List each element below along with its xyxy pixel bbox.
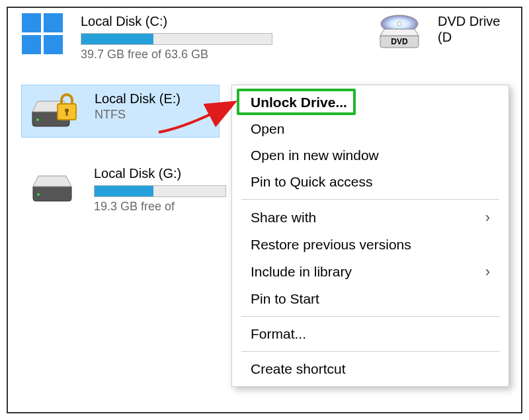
menu-item-pin-to-quick-access[interactable]: Pin to Quick access xyxy=(232,169,509,195)
menu-item-unlock-drive[interactable]: Unlock Drive... xyxy=(232,89,509,116)
locked-drive-icon xyxy=(30,91,83,132)
drive-g-freespace: 19.3 GB free of xyxy=(94,200,225,214)
svg-rect-6 xyxy=(66,110,68,116)
menu-item-label: Pin to Quick access xyxy=(251,174,372,190)
drive-c[interactable]: Local Disk (C:) 39.7 GB free of 63.6 GB xyxy=(8,8,365,67)
drive-g[interactable]: Local Disk (G:) 19.3 GB free of xyxy=(21,160,233,219)
drive-g-usage-fill xyxy=(95,186,153,196)
svg-point-3 xyxy=(36,118,39,121)
svg-text:DVD: DVD xyxy=(391,37,408,46)
drive-dvd[interactable]: DVD DVD Drive (D xyxy=(365,8,521,67)
drive-g-usage-bar xyxy=(94,185,226,197)
menu-item-open[interactable]: Open xyxy=(232,116,509,142)
menu-item-label: Format... xyxy=(251,326,306,342)
svg-point-1 xyxy=(397,22,401,26)
menu-separator xyxy=(241,199,499,200)
chevron-right-icon: › xyxy=(485,209,490,226)
menu-item-label: Include in library xyxy=(251,264,352,280)
menu-item-format[interactable]: Format... xyxy=(232,321,509,347)
svg-point-7 xyxy=(37,193,40,196)
menu-item-create-shortcut[interactable]: Create shortcut xyxy=(232,356,509,382)
explorer-window: Local Disk (C:) 39.7 GB free of 63.6 GB … xyxy=(7,7,522,413)
windows-logo-icon xyxy=(16,13,69,54)
menu-separator xyxy=(241,351,499,352)
drive-e[interactable]: Local Disk (E:) NTFS xyxy=(21,85,220,138)
menu-item-pin-to-start[interactable]: Pin to Start xyxy=(232,286,509,312)
menu-item-label: Create shortcut xyxy=(251,361,346,377)
context-menu: Unlock Drive...OpenOpen in new windowPin… xyxy=(231,85,509,387)
hdd-icon xyxy=(29,165,82,206)
menu-item-label: Share with xyxy=(251,210,316,226)
menu-item-include-in-library[interactable]: Include in library› xyxy=(232,258,509,286)
drive-dvd-label: DVD Drive (D xyxy=(438,13,513,45)
menu-item-label: Open in new window xyxy=(251,147,379,163)
drive-c-label: Local Disk (C:) xyxy=(81,13,357,29)
menu-separator xyxy=(241,316,499,317)
chevron-right-icon: › xyxy=(485,263,490,280)
menu-item-label: Open xyxy=(251,121,284,137)
drive-g-label: Local Disk (G:) xyxy=(94,165,225,181)
menu-item-open-in-new-window[interactable]: Open in new window xyxy=(232,142,509,169)
menu-item-label: Pin to Start xyxy=(251,291,319,307)
menu-item-label: Unlock Drive... xyxy=(251,95,347,110)
drive-e-fs: NTFS xyxy=(95,108,211,122)
drive-c-freespace: 39.7 GB free of 63.6 GB xyxy=(81,48,357,62)
menu-item-label: Restore previous versions xyxy=(251,237,411,253)
menu-item-restore-previous-versions[interactable]: Restore previous versions xyxy=(232,231,509,258)
drive-c-usage-bar xyxy=(81,33,272,45)
drive-e-label: Local Disk (E:) xyxy=(95,91,211,106)
drive-c-usage-fill xyxy=(81,34,153,44)
menu-item-share-with[interactable]: Share with› xyxy=(232,204,509,231)
dvd-drive-icon: DVD xyxy=(373,13,426,54)
